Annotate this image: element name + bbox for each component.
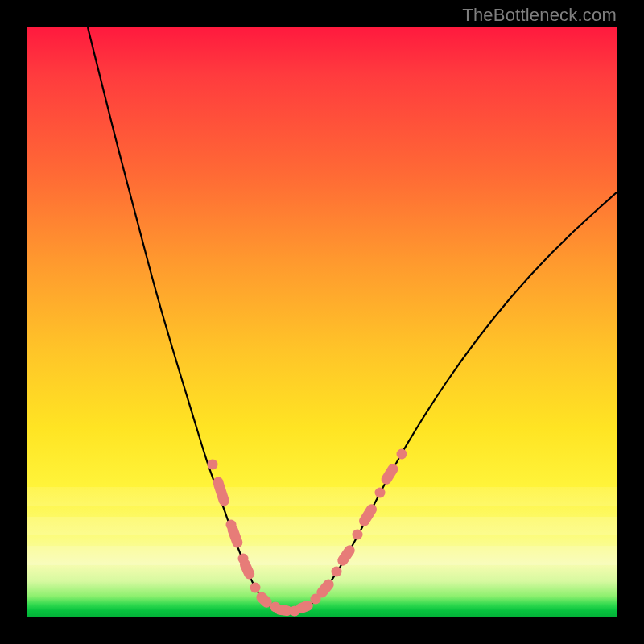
- curve-segment-marker: [357, 502, 379, 528]
- curve-segment-marker: [213, 478, 231, 507]
- bottleneck-curve: [88, 27, 617, 613]
- curve-segment-marker: [226, 523, 244, 550]
- bottleneck-curve-svg: [27, 27, 617, 617]
- curve-point-marker: [208, 460, 218, 470]
- watermark-text: TheBottleneck.com: [462, 5, 617, 26]
- curve-point-marker: [250, 583, 261, 593]
- plot-area: [27, 27, 617, 617]
- datapoints-group: [208, 449, 407, 617]
- curve-point-marker: [397, 449, 407, 460]
- curve-point-marker: [375, 488, 386, 498]
- curve-point-marker: [353, 530, 363, 540]
- chart-frame: TheBottleneck.com: [0, 0, 644, 644]
- curve-segment-marker: [379, 462, 400, 487]
- curve-segment-marker: [336, 543, 357, 568]
- curve-point-marker: [332, 567, 342, 577]
